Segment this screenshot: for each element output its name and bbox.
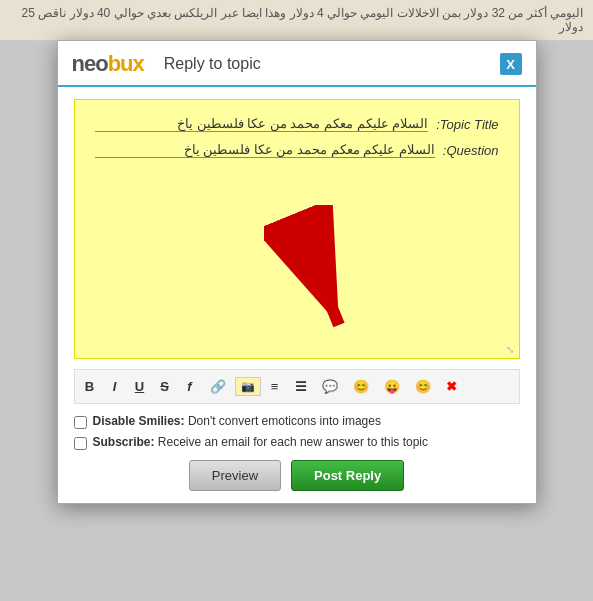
toolbar-bold[interactable]: B <box>79 376 101 397</box>
toolbar-list-ordered[interactable]: ≡ <box>264 376 286 397</box>
svg-line-1 <box>294 215 339 325</box>
action-buttons: Preview Post Reply <box>74 460 520 491</box>
modal-header: neobux Reply to topic X <box>58 41 536 77</box>
toolbar-smiley1[interactable]: 😊 <box>347 376 375 397</box>
toolbar-italic[interactable]: I <box>104 376 126 397</box>
bg-text-top: اليومي أكثر من 32 دولار بمن الاخلالات ال… <box>0 0 593 41</box>
toolbar-delete[interactable]: ✖ <box>440 376 463 397</box>
close-button[interactable]: X <box>500 53 522 75</box>
disable-smilies-checkbox[interactable] <box>74 416 87 429</box>
topic-title-input[interactable] <box>95 116 429 132</box>
modal-dialog: neobux Reply to topic X Topic Title: Que… <box>57 40 537 504</box>
topic-label: Topic Title: <box>436 117 498 132</box>
question-input[interactable] <box>95 142 435 158</box>
toolbar-font[interactable]: f <box>179 376 201 397</box>
sticky-note: Topic Title: Question: <box>74 99 520 359</box>
editor-toolbar: B I U S f 🔗 📷 ≡ ☰ 💬 😊 😛 😊 ✖ <box>74 369 520 404</box>
disable-smilies-label: Disable Smilies: Don't convert emoticons… <box>93 414 381 428</box>
toolbar-underline[interactable]: U <box>129 376 151 397</box>
subscribe-checkbox[interactable] <box>74 437 87 450</box>
question-row: Question: <box>95 142 499 158</box>
subscribe-option: Subscribe: Receive an email for each new… <box>74 435 520 450</box>
logo-bux: bux <box>108 51 144 76</box>
modal-body: Topic Title: Question: <box>58 87 536 503</box>
post-reply-button[interactable]: Post Reply <box>291 460 404 491</box>
subscribe-label: Subscribe: Receive an email for each new… <box>93 435 429 449</box>
red-arrow <box>264 205 374 348</box>
resize-handle: ⤡ <box>506 344 514 355</box>
logo-neo: neo <box>72 51 108 76</box>
question-label: Question: <box>443 143 499 158</box>
modal-title: Reply to topic <box>154 55 500 73</box>
toolbar-quote[interactable]: 💬 <box>316 376 344 397</box>
topic-title-row: Topic Title: <box>95 116 499 132</box>
toolbar-image[interactable]: 📷 <box>235 377 261 396</box>
preview-button[interactable]: Preview <box>189 460 281 491</box>
toolbar-link[interactable]: 🔗 <box>204 376 232 397</box>
toolbar-smiley2[interactable]: 😛 <box>378 376 406 397</box>
toolbar-smiley3[interactable]: 😊 <box>409 376 437 397</box>
disable-smilies-option: Disable Smilies: Don't convert emoticons… <box>74 414 520 429</box>
toolbar-list-unordered[interactable]: ☰ <box>289 376 313 397</box>
modal-logo: neobux <box>72 51 144 77</box>
toolbar-strikethrough[interactable]: S <box>154 376 176 397</box>
